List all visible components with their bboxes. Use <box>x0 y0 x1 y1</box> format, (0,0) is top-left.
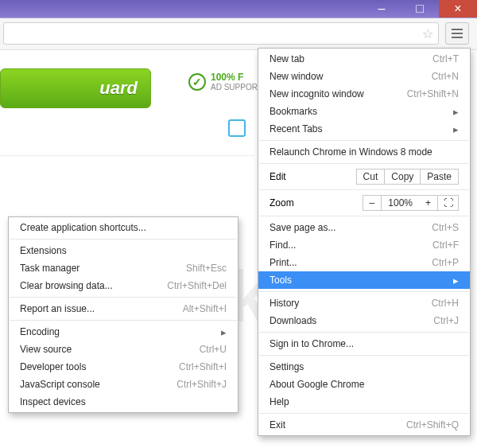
free-badge-sub: AD SUPPOR <box>211 83 258 92</box>
menu-separator <box>10 320 237 321</box>
menu-separator <box>259 163 469 164</box>
sub-extensions[interactable]: Extensions <box>9 242 238 259</box>
menu-label: Clear browsing data... <box>20 280 113 291</box>
calendar-icon <box>228 119 246 137</box>
zoom-in-button[interactable]: + <box>419 195 438 211</box>
menu-label: Encoding <box>20 326 60 337</box>
sub-create-shortcuts[interactable]: Create application shortcuts... <box>9 219 238 236</box>
menu-label: Settings <box>270 361 304 372</box>
menu-label: View source <box>20 344 72 355</box>
chevron-right-icon: ▸ <box>221 326 227 338</box>
fullscreen-icon: ⛶ <box>444 197 453 208</box>
window-minimize-button[interactable]: – <box>363 0 401 18</box>
menu-shortcut: Ctrl+N <box>432 71 459 82</box>
sub-js-console[interactable]: JavaScript consoleCtrl+Shift+J <box>9 376 238 393</box>
menu-label: About Google Chrome <box>270 379 364 390</box>
menu-separator <box>259 291 469 292</box>
menu-label: Tools <box>270 275 292 286</box>
menu-label: Print... <box>270 257 297 268</box>
menu-shortcut: Ctrl+T <box>432 53 459 64</box>
menu-incognito[interactable]: New incognito windowCtrl+Shift+N <box>258 85 470 103</box>
edit-cut-button[interactable]: Cut <box>356 169 386 185</box>
bookmark-star-icon[interactable]: ☆ <box>422 26 433 41</box>
menu-history[interactable]: HistoryCtrl+H <box>258 294 470 312</box>
menu-tools[interactable]: Tools▸ <box>258 271 470 289</box>
menu-shortcut: Ctrl+Shift+N <box>407 88 459 99</box>
menu-shortcut: Ctrl+U <box>200 344 227 355</box>
menu-separator <box>10 297 237 298</box>
menu-new-window[interactable]: New windowCtrl+N <box>258 68 470 85</box>
menu-separator <box>259 140 469 141</box>
window-close-button[interactable]: × <box>439 0 477 18</box>
zoom-value: 100% <box>382 195 419 211</box>
menu-label: New incognito window <box>270 88 364 99</box>
menu-label: Task manager <box>20 263 80 274</box>
menu-save-page[interactable]: Save page as...Ctrl+S <box>258 219 470 236</box>
menu-label: History <box>270 298 299 309</box>
menu-shortcut: Ctrl+J <box>433 315 459 326</box>
zoom-out-button[interactable]: – <box>363 195 382 211</box>
menu-recent-tabs[interactable]: Recent Tabs▸ <box>258 120 470 138</box>
menu-exit[interactable]: ExitCtrl+Shift+Q <box>258 416 470 434</box>
menu-label: Recent Tabs <box>270 123 323 134</box>
menu-help[interactable]: Help <box>258 393 470 411</box>
fullscreen-button[interactable]: ⛶ <box>438 195 459 211</box>
menu-label: Developer tools <box>20 361 86 372</box>
menu-label: Inspect devices <box>20 396 86 407</box>
menu-shortcut: Ctrl+Shift+Del <box>167 280 227 291</box>
menu-separator <box>10 239 237 240</box>
checkmark-icon: ✓ <box>188 73 206 91</box>
window-maximize-button[interactable]: □ <box>401 0 439 18</box>
menu-separator <box>259 216 469 216</box>
menu-find[interactable]: Find...Ctrl+F <box>258 236 470 254</box>
menu-new-tab[interactable]: New tabCtrl+T <box>258 50 470 68</box>
menu-shortcut: Alt+Shift+I <box>183 303 227 314</box>
chevron-right-icon: ▸ <box>453 123 459 135</box>
menu-shortcut: Ctrl+Shift+J <box>176 379 227 390</box>
edit-paste-button[interactable]: Paste <box>421 169 459 185</box>
menu-shortcut: Ctrl+Shift+I <box>179 361 227 372</box>
menu-label: Relaunch Chrome in Windows 8 mode <box>270 146 432 158</box>
menu-settings[interactable]: Settings <box>258 358 470 376</box>
chevron-right-icon: ▸ <box>453 106 459 118</box>
menu-label: Extensions <box>20 245 67 256</box>
menu-separator <box>259 332 469 333</box>
menu-label: Create application shortcuts... <box>20 222 146 233</box>
sub-clear-data[interactable]: Clear browsing data...Ctrl+Shift+Del <box>9 277 238 294</box>
sub-dev-tools[interactable]: Developer toolsCtrl+Shift+I <box>9 358 238 376</box>
menu-bookmarks[interactable]: Bookmarks▸ <box>258 103 470 120</box>
menu-label: Report an issue... <box>20 303 95 314</box>
menu-sign-in[interactable]: Sign in to Chrome... <box>258 335 470 353</box>
menu-label: Edit <box>270 171 286 182</box>
address-bar[interactable]: ☆ <box>3 22 439 45</box>
menu-about[interactable]: About Google Chrome <box>258 376 470 393</box>
chrome-menu-button[interactable] <box>445 22 469 45</box>
menu-shortcut: Ctrl+F <box>432 240 459 251</box>
menu-shortcut: Ctrl+H <box>432 298 459 309</box>
download-button[interactable]: uard <box>0 68 151 108</box>
menu-label: Help <box>270 396 289 407</box>
window-titlebar: – □ × <box>0 0 477 18</box>
menu-label: Downloads <box>270 315 316 326</box>
menu-print[interactable]: Print...Ctrl+P <box>258 254 470 271</box>
menu-edit-row: Edit Cut Copy Paste <box>258 166 470 187</box>
sub-encoding[interactable]: Encoding▸ <box>9 323 238 341</box>
free-badge-title: 100% F <box>211 72 258 83</box>
menu-label: Zoom <box>270 197 294 208</box>
menu-relaunch-win8[interactable]: Relaunch Chrome in Windows 8 mode <box>258 143 470 161</box>
menu-separator <box>259 189 469 190</box>
chrome-main-menu: New tabCtrl+T New windowCtrl+N New incog… <box>258 48 471 436</box>
menu-label: Sign in to Chrome... <box>270 338 354 349</box>
edit-copy-button[interactable]: Copy <box>385 169 421 185</box>
menu-zoom-row: Zoom – 100% + ⛶ <box>258 193 470 213</box>
menu-label: Exit <box>270 419 285 430</box>
menu-separator <box>259 413 469 414</box>
menu-shortcut: Ctrl+Shift+Q <box>406 419 459 430</box>
sub-task-manager[interactable]: Task managerShift+Esc <box>9 259 238 277</box>
menu-shortcut: Shift+Esc <box>186 263 227 274</box>
sub-report-issue[interactable]: Report an issue...Alt+Shift+I <box>9 300 238 317</box>
sub-view-source[interactable]: View sourceCtrl+U <box>9 341 238 358</box>
menu-downloads[interactable]: DownloadsCtrl+J <box>258 312 470 329</box>
sub-inspect-devices[interactable]: Inspect devices <box>9 393 238 411</box>
hamburger-icon <box>452 29 463 38</box>
